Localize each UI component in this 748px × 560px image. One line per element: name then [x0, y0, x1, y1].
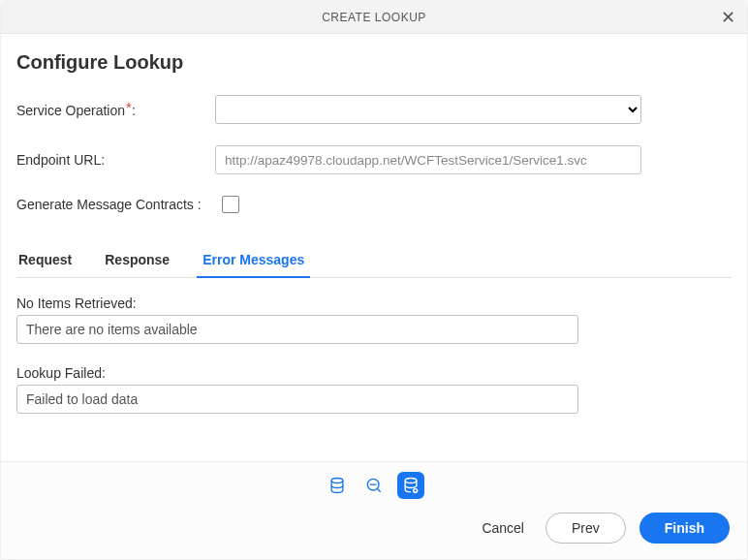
- no-items-section: No Items Retrieved:: [16, 296, 732, 344]
- generate-contracts-checkbox[interactable]: [222, 196, 239, 213]
- finish-button[interactable]: Finish: [639, 513, 730, 544]
- prev-button[interactable]: Prev: [545, 513, 626, 544]
- cancel-button[interactable]: Cancel: [474, 514, 532, 542]
- lookup-failed-input[interactable]: [16, 385, 578, 414]
- close-icon[interactable]: ✕: [718, 9, 737, 26]
- service-operation-row: Service Operation*:: [16, 95, 732, 124]
- tabs: Request Response Error Messages: [16, 242, 732, 278]
- endpoint-url-label: Endpoint URL:: [16, 152, 215, 168]
- step-configure-icon[interactable]: [397, 472, 424, 499]
- titlebar: CREATE LOOKUP ✕: [1, 1, 747, 34]
- lookup-failed-section: Lookup Failed:: [16, 365, 732, 414]
- modal-title: CREATE LOOKUP: [322, 11, 426, 24]
- tab-error-messages[interactable]: Error Messages: [201, 242, 306, 277]
- endpoint-url-input[interactable]: [215, 145, 641, 174]
- generate-contracts-label: Generate Message Contracts :: [16, 197, 224, 212]
- no-items-input[interactable]: [16, 315, 578, 344]
- modal-footer: Cancel Prev Finish: [1, 461, 747, 559]
- modal-body: Configure Lookup Service Operation*: End…: [1, 34, 747, 461]
- tab-response[interactable]: Response: [103, 242, 171, 277]
- svg-point-0: [331, 479, 343, 483]
- generate-contracts-row: Generate Message Contracts :: [16, 196, 732, 213]
- endpoint-url-row: Endpoint URL:: [16, 145, 732, 174]
- service-operation-label-text: Service Operation: [16, 103, 125, 118]
- step-search-icon[interactable]: [360, 472, 388, 499]
- page-title: Configure Lookup: [16, 51, 732, 74]
- create-lookup-modal: CREATE LOOKUP ✕ Configure Lookup Service…: [1, 1, 747, 559]
- svg-line-3: [377, 488, 380, 491]
- service-operation-select[interactable]: [215, 95, 641, 124]
- step-datasource-icon[interactable]: [324, 472, 351, 499]
- required-star-icon: *: [125, 99, 132, 115]
- no-items-label: No Items Retrieved:: [16, 296, 732, 311]
- lookup-failed-label: Lookup Failed:: [16, 365, 732, 381]
- service-operation-label: Service Operation*:: [16, 102, 215, 118]
- button-row: Cancel Prev Finish: [1, 507, 747, 559]
- tab-request[interactable]: Request: [16, 242, 74, 277]
- svg-point-4: [405, 479, 417, 483]
- wizard-steps: [1, 462, 747, 507]
